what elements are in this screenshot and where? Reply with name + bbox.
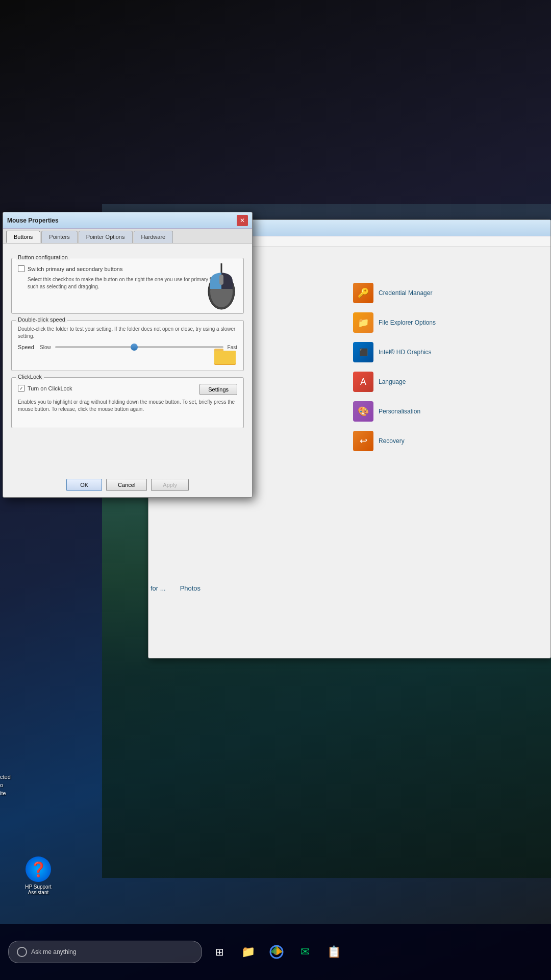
- cp-item-intel[interactable]: ⬛ Intel® HD Graphics: [350, 338, 542, 366]
- switch-buttons-label: Switch primary and secondary buttons: [28, 266, 122, 272]
- partial-label-ite: ite: [0, 790, 11, 796]
- hp-support-label: HP SupportAssistant: [25, 884, 52, 895]
- language-label: Language: [379, 378, 406, 385]
- tab-pointer-options[interactable]: Pointer Options: [79, 231, 133, 243]
- clicklock-title: ClickLock: [16, 374, 44, 380]
- svg-rect-2: [219, 275, 223, 285]
- partial-desktop-labels: cted o ite: [0, 774, 11, 796]
- cp-item-language[interactable]: A Language: [350, 368, 542, 396]
- test-folder-icon[interactable]: [213, 345, 237, 366]
- apply-button[interactable]: Apply: [151, 479, 189, 491]
- double-click-title: Double-click speed: [16, 316, 67, 323]
- credential-icon: 🔑: [353, 283, 373, 303]
- personalisation-label: Personalisation: [379, 408, 420, 415]
- dialog-tabs: Buttons Pointers Pointer Options Hardwar…: [3, 229, 252, 243]
- unknown-symbol: 📋: [327, 945, 341, 959]
- hp-support-desktop-icon[interactable]: ❓ HP SupportAssistant: [15, 853, 61, 898]
- hp-support-icon-img: ❓: [26, 856, 51, 882]
- taskbar: Ask me anything ⊞ 📁 ✉ 📋: [0, 924, 551, 980]
- speed-slider-thumb[interactable]: [131, 344, 138, 351]
- search-placeholder-text: Ask me anything: [31, 948, 77, 955]
- clicklock-settings-button[interactable]: Settings: [199, 384, 237, 395]
- slow-label: Slow: [40, 345, 51, 350]
- cp-item-personalisation[interactable]: 🎨 Personalisation: [350, 397, 542, 426]
- task-view-symbol: ⊞: [215, 946, 224, 958]
- partial-label-cted: cted: [0, 774, 11, 780]
- button-config-title: Button configuration: [16, 254, 70, 260]
- cp-item-recovery[interactable]: ↩ Recovery: [350, 427, 542, 455]
- file-explorer-icon: 📁: [353, 312, 373, 333]
- unknown-taskbar-icon[interactable]: 📋: [322, 941, 345, 963]
- dialog-titlebar: Mouse Properties ✕: [3, 212, 252, 229]
- file-explorer-taskbar-icon[interactable]: 📁: [237, 941, 259, 963]
- search-bar[interactable]: Ask me anything: [8, 941, 202, 963]
- double-click-description: Double-click the folder to test your set…: [18, 326, 237, 340]
- language-icon: A: [353, 372, 373, 392]
- cp-photos-label: Photos: [180, 584, 201, 592]
- file-explorer-symbol: 📁: [241, 945, 255, 959]
- ok-button[interactable]: OK: [66, 479, 102, 491]
- dialog-title-text: Mouse Properties: [7, 217, 237, 224]
- clicklock-checkbox-row: ✓ Turn on ClickLock: [18, 385, 72, 391]
- recovery-label: Recovery: [379, 437, 405, 445]
- tab-pointers[interactable]: Pointers: [41, 231, 77, 243]
- clicklock-description: Enables you to highlight or drag without…: [18, 399, 237, 413]
- dialog-close-button[interactable]: ✕: [237, 215, 248, 226]
- clicklock-label: Turn on ClickLock: [28, 385, 72, 391]
- cp-item-file-explorer[interactable]: 📁 File Explorer Options: [350, 308, 542, 337]
- folder-svg: [214, 347, 236, 365]
- credential-label: Credential Manager: [379, 289, 432, 297]
- dialog-content: Button configuration Switch primary and …: [3, 243, 252, 477]
- partial-label-o: o: [0, 782, 11, 788]
- personalisation-icon: 🎨: [353, 401, 373, 422]
- intel-icon: ⬛: [353, 342, 373, 362]
- intel-label: Intel® HD Graphics: [379, 349, 432, 356]
- switch-buttons-row: Switch primary and secondary buttons: [18, 265, 237, 272]
- cp-item-credential[interactable]: 🔑 Credential Manager: [350, 279, 542, 307]
- clicklock-section: ClickLock ✓ Turn on ClickLock Settings E…: [11, 377, 244, 428]
- button-config-content: Switch primary and secondary buttons Sel…: [18, 265, 237, 290]
- task-view-icon[interactable]: ⊞: [208, 941, 231, 963]
- chrome-taskbar-icon[interactable]: [265, 941, 288, 963]
- chrome-svg: [269, 945, 284, 959]
- file-explorer-label: File Explorer Options: [379, 319, 436, 326]
- clicklock-checkbox[interactable]: ✓: [18, 385, 24, 391]
- recovery-icon: ↩: [353, 431, 373, 451]
- cp-for-label: for ...: [151, 584, 166, 592]
- speed-slider-track: [55, 346, 223, 348]
- button-config-section: Button configuration Switch primary and …: [11, 258, 244, 314]
- mail-taskbar-icon[interactable]: ✉: [294, 941, 316, 963]
- mouse-illustration: [205, 263, 238, 312]
- cp-for-text: for ... Photos: [151, 584, 201, 592]
- speed-row: Speed Slow Fast: [18, 344, 237, 350]
- double-click-section: Double-click speed Double-click the fold…: [11, 320, 244, 371]
- tab-hardware[interactable]: Hardware: [134, 231, 173, 243]
- switch-buttons-checkbox[interactable]: [18, 265, 24, 272]
- mail-symbol: ✉: [300, 945, 310, 959]
- svg-rect-5: [214, 351, 236, 364]
- dialog-buttons: OK Cancel Apply: [3, 479, 252, 491]
- tab-buttons[interactable]: Buttons: [6, 231, 40, 243]
- cancel-button[interactable]: Cancel: [106, 479, 147, 491]
- speed-text: Speed: [18, 344, 36, 350]
- hp-support-symbol: ❓: [30, 861, 47, 878]
- mouse-properties-dialog: Mouse Properties ✕ Buttons Pointers Poin…: [3, 212, 253, 498]
- search-circle-icon: [17, 947, 27, 957]
